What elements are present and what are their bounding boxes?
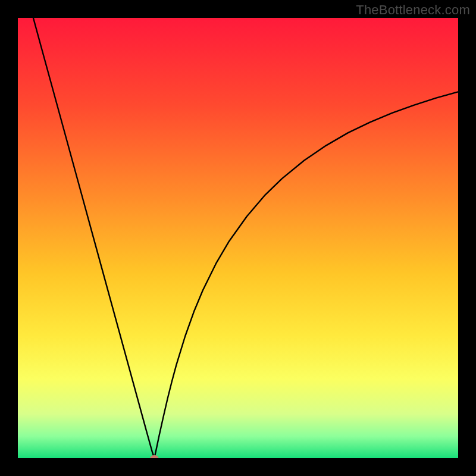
plot-background xyxy=(18,18,458,458)
chart-frame: TheBottleneck.com xyxy=(0,0,476,476)
bottleneck-chart xyxy=(18,18,458,458)
watermark-text: TheBottleneck.com xyxy=(356,2,470,18)
